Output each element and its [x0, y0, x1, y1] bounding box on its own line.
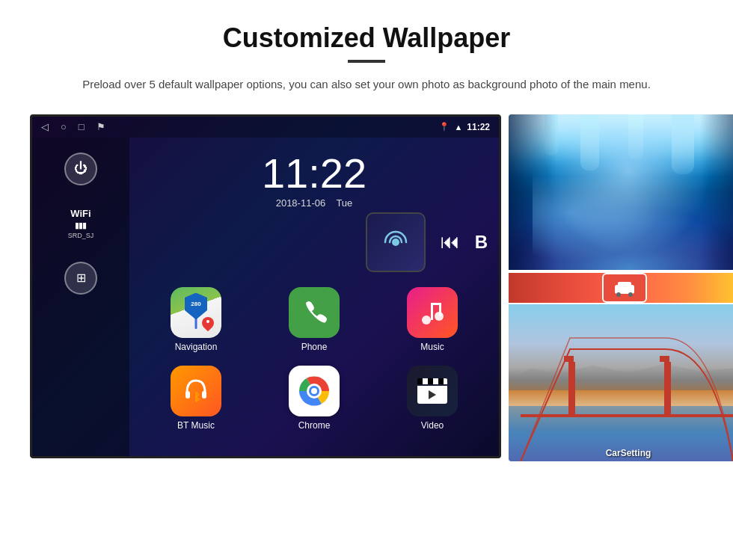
status-bar-left: ◁ ○ □ ⚑ [41, 121, 105, 132]
android-screen: ◁ ○ □ ⚑ 📍 ▲ 11:22 ⏻ [30, 114, 501, 458]
clock-time: 11:22 [129, 153, 499, 194]
app-item-btmusic[interactable]: BT Music [141, 366, 251, 437]
svg-rect-6 [185, 391, 190, 399]
wallpaper-strip-mid [509, 271, 733, 304]
status-bar-right: 📍 ▲ 11:22 [439, 122, 490, 132]
power-icon: ⏻ [74, 161, 88, 176]
recent-nav-icon[interactable]: □ [79, 121, 85, 132]
screen-content: ⏻ WiFi ▮▮▮ SRD_SJ ⊞ 11:22 [32, 138, 499, 456]
chrome-logo-icon [296, 373, 332, 409]
wallpaper-thumb-2[interactable]: CarSetting [509, 304, 733, 461]
music-app-icon[interactable] [407, 287, 458, 338]
phone-app-label: Phone [301, 342, 328, 352]
svg-marker-12 [429, 390, 436, 399]
music-note-icon [418, 298, 447, 327]
video-app-icon[interactable] [407, 366, 458, 416]
svg-point-15 [616, 292, 621, 297]
signal-waves-icon [379, 226, 412, 259]
svg-rect-5 [439, 303, 441, 316]
svg-rect-7 [202, 391, 206, 399]
wallpaper-panel: CarSetting [509, 114, 733, 461]
skip-back-icon[interactable]: ⏮ [441, 230, 460, 253]
bridge-cables-svg [509, 304, 733, 461]
svg-rect-14 [618, 282, 631, 286]
wallpaper-thumb-1[interactable] [509, 114, 733, 271]
btmusic-app-label: BT Music [177, 420, 215, 431]
apps-button[interactable]: ⊞ [64, 262, 97, 295]
car-setting-icon-partial [613, 279, 636, 297]
wifi-label: WiFi [68, 208, 94, 219]
video-app-label: Video [421, 420, 444, 431]
app-item-music[interactable]: Music [377, 287, 488, 359]
music-app-label: Music [420, 342, 444, 352]
svg-point-11 [311, 388, 317, 394]
status-time: 11:22 [467, 122, 490, 132]
svg-point-16 [628, 292, 633, 297]
signal-app-icon[interactable] [366, 212, 426, 272]
screen-outer: ◁ ○ □ ⚑ 📍 ▲ 11:22 ⏻ [30, 114, 733, 461]
wifi-bars-icon: ▮▮▮ [68, 221, 94, 230]
home-nav-icon[interactable]: ○ [61, 121, 67, 132]
play-icon [426, 389, 438, 401]
title-divider [348, 60, 385, 63]
center-content: 11:22 2018-11-06 Tue [129, 138, 499, 456]
page-description: Preload over 5 default wallpaper options… [75, 76, 658, 93]
app-item-chrome[interactable]: Chrome [259, 366, 369, 437]
phone-handset-icon [300, 298, 328, 327]
app-item-navigation[interactable]: 280 Navigation [141, 287, 251, 359]
app-grid: 280 Navigation [129, 276, 499, 449]
svg-point-0 [392, 239, 399, 246]
apps-grid-icon: ⊞ [76, 271, 86, 285]
carsetting-label: CarSetting [606, 448, 651, 458]
btmusic-app-icon[interactable] [171, 366, 221, 416]
bt-headphone-icon [181, 376, 211, 406]
app-item-phone[interactable]: Phone [259, 287, 369, 359]
bluetooth-text: B [475, 232, 488, 253]
chrome-app-icon[interactable] [289, 366, 340, 416]
svg-rect-3 [431, 303, 433, 320]
wifi-signal-icon: ▲ [454, 123, 462, 132]
clock-area: 11:22 2018-11-06 Tue [129, 145, 499, 212]
media-row: ⏮ B [129, 212, 499, 272]
phone-app-icon[interactable] [289, 287, 340, 338]
page-title: Customized Wallpaper [30, 22, 703, 54]
navigation-app-icon[interactable]: 280 [171, 287, 221, 338]
page-wrapper: Customized Wallpaper Preload over 5 defa… [0, 0, 733, 476]
screenshot-nav-icon[interactable]: ⚑ [96, 121, 105, 132]
location-icon: 📍 [439, 122, 450, 132]
wifi-info: WiFi ▮▮▮ SRD_SJ [68, 208, 94, 239]
clock-date: 2018-11-06 Tue [129, 197, 499, 209]
svg-point-1 [422, 316, 431, 324]
status-bar: ◁ ○ □ ⚑ 📍 ▲ 11:22 [32, 117, 499, 138]
chrome-app-label: Chrome [298, 420, 331, 431]
back-nav-icon[interactable]: ◁ [41, 121, 49, 132]
sidebar: ⏻ WiFi ▮▮▮ SRD_SJ ⊞ [32, 138, 129, 456]
power-button[interactable]: ⏻ [64, 153, 97, 185]
app-item-video[interactable]: Video [377, 366, 488, 437]
wifi-ssid: SRD_SJ [68, 232, 94, 239]
navigation-app-label: Navigation [175, 342, 218, 352]
